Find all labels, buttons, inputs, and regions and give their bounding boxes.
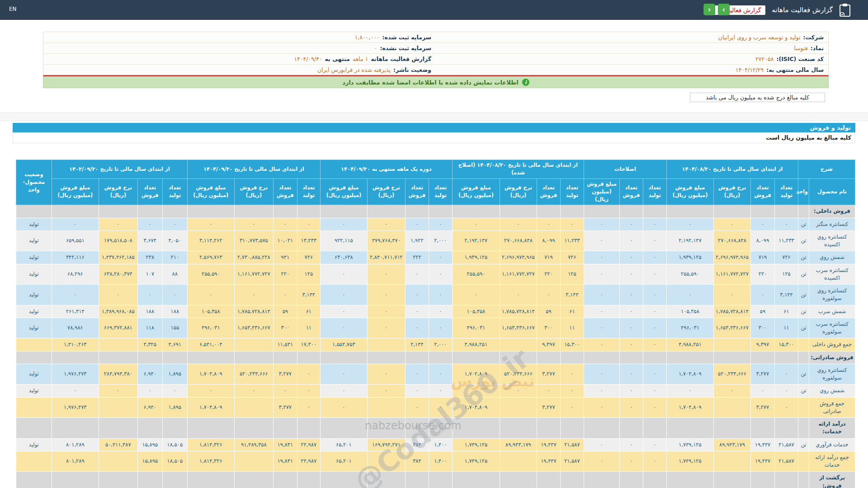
column-header: تعداد تولید — [774, 178, 798, 205]
data-row: کنسانتره سرب سولفورهتن۱۱۳۰۰۱,۶۵۳,۴۳۶,۶۶۷… — [16, 318, 855, 338]
cell: ۱۸,۵۰۵ — [162, 438, 187, 451]
cell: ۲,۰۰۰ — [429, 230, 452, 251]
cell: تن — [798, 218, 809, 230]
cell — [798, 397, 809, 418]
cell: ۰ — [452, 218, 500, 230]
cell: ۴,۰۵۰ — [162, 230, 187, 251]
cell: ۱,۶۵۳,۴۳۶,۶۶۷ — [713, 318, 750, 338]
cell — [137, 472, 162, 488]
cell: ۴۷۹,۷۶۸,۴۷۰ — [367, 230, 405, 251]
cell: ۰ — [273, 218, 297, 230]
cell — [429, 205, 452, 218]
cell: کنسانتره روي اکسیده — [809, 230, 855, 251]
cell: ۳,۲۷۷ — [750, 364, 774, 385]
cell: ۳,۲۷۷ — [537, 364, 560, 385]
cell: ۱۰۵,۳۵۸ — [187, 305, 234, 318]
language-en-link[interactable]: EN — [9, 6, 17, 12]
cell: ۴۹۶,۰۳۱ — [666, 318, 713, 338]
section-header-production-sales: تولید و فروش — [13, 123, 855, 132]
cell: ۶,۹۴۰ — [137, 397, 162, 418]
cell — [774, 418, 798, 439]
cell: ۰ — [666, 218, 713, 230]
cell: ۸,۰۹۹ — [750, 230, 774, 251]
fiscal-year-field: سال مالی منتهی به:۱۴۰۴/۱۲/۲۹ — [436, 65, 828, 75]
cell: ۱۱,۲۳۳ — [774, 230, 798, 251]
cell: کنسانتره منگنز — [809, 218, 855, 230]
cell: ۴۹۶,۰۳۱ — [452, 318, 500, 338]
production-table-wrap: شرحاز ابتدای سال مالی تا تاریخ ۱۴۰۴/۰۸/۳… — [17, 160, 855, 488]
cell: ۳,۲۷۷ — [273, 364, 297, 385]
cell: ۱,۷۰۴,۸۰۹ — [187, 364, 234, 385]
cell: ۰ — [99, 385, 137, 397]
cell: ۲,۱۴۴ — [405, 338, 429, 351]
cell: ۰ — [643, 385, 666, 397]
cell: ۲۲,۹۸۷ — [297, 451, 320, 472]
cell — [429, 418, 452, 439]
cell: ۲۲۰ — [273, 264, 297, 285]
cell — [666, 351, 713, 364]
cell — [320, 472, 367, 488]
cell: ۰ — [405, 364, 429, 385]
cell: ۷۲۶ — [774, 251, 798, 264]
cell: ۶۶۹,۳۷۲,۸۸۱ — [99, 318, 137, 338]
cell — [99, 338, 137, 351]
cell: ۱,۷۰۴,۸۰۹ — [452, 364, 500, 385]
column-group-header: دوره یک ماهه منتهی به ۱۴۰۴/۰۹/۳۰ — [320, 160, 452, 179]
cell: ۳,۱۴۴ — [774, 285, 798, 305]
cell: ۰ — [643, 218, 666, 230]
cell: ۱,۹۷۶,۴۷۳ — [52, 397, 99, 418]
cell: ۵۲۰,۲۳۴,۶۶۶ — [500, 364, 537, 385]
cell: ۰ — [584, 438, 619, 451]
cell: ۰ — [162, 285, 187, 305]
cell: ۱,۹۳۹,۱۲۵ — [666, 251, 713, 264]
cell: ۰ — [429, 251, 452, 264]
cell — [367, 338, 405, 351]
cell: ۹,۳۹۷ — [750, 338, 774, 351]
cell: ۰ — [584, 364, 619, 385]
next-report-button[interactable]: › — [718, 4, 730, 15]
cell: ۰ — [429, 397, 452, 418]
section-subtitle: کلیه مبالغ به میلیون ریال است — [13, 132, 855, 143]
cell: ۱,۹۲۲ — [405, 230, 429, 251]
cell: تولید — [16, 285, 52, 305]
cell: ۰ — [367, 318, 405, 338]
cell: ۵۹ — [750, 305, 774, 318]
cell: ۱۵,۸۹۵ — [137, 438, 162, 451]
cell: ۹,۳۹۷ — [537, 338, 560, 351]
cell: ۱,۵۵۲,۷۵۳ — [320, 338, 367, 351]
cell — [666, 418, 713, 439]
prev-report-button[interactable]: ‹ — [703, 4, 715, 15]
cell: ۰ — [643, 338, 666, 351]
cell: ۳,۱۱۴,۲۶۲ — [187, 230, 234, 251]
info-row: کد صنعت (ISIC):۲۷۲۰۵۸ گزارش فعالیت ماهان… — [43, 54, 828, 65]
cell: ۶۵۹,۵۵۱ — [52, 230, 99, 251]
cell: ۱,۷۴۹,۱۲۵ — [666, 438, 713, 451]
cell — [297, 472, 320, 488]
cell: ۴,۹۸۸,۲۵۱ — [452, 338, 500, 351]
cell: تن — [798, 364, 809, 385]
info-row: سال مالی منتهی به:۱۴۰۴/۱۲/۲۹ وضعیت ناشر:… — [43, 65, 828, 75]
cell: ۱۹,۸۳۱ — [273, 438, 297, 451]
cell: ۳۸۴ — [405, 451, 429, 472]
cell — [162, 351, 187, 364]
info-row: نماد:فتوسا سرمایه ثبت نشده:۰ — [43, 43, 828, 54]
cell: ۰ — [537, 285, 560, 305]
cell — [273, 351, 297, 364]
cell — [297, 205, 320, 218]
cell: فروش صادراتی: — [809, 351, 855, 364]
cell: تن — [798, 385, 809, 397]
cell: ۰ — [643, 397, 666, 418]
cell: ۱,۱۶۱,۷۷۲,۷۲۷ — [713, 264, 750, 285]
cell: تن — [798, 251, 809, 264]
cell: ۰ — [52, 285, 99, 305]
cell — [234, 351, 273, 364]
cell: ۰ — [367, 385, 405, 397]
cell: ۰ — [619, 285, 643, 305]
cell — [713, 351, 750, 364]
cell: ۱۸۸ — [137, 305, 162, 318]
cell — [429, 351, 452, 364]
cell: ۱,۷۸۵,۷۲۸,۸۱۴ — [713, 305, 750, 318]
cell — [99, 472, 137, 488]
column-header: واحد — [798, 178, 809, 205]
cell: ۰ — [320, 285, 367, 305]
